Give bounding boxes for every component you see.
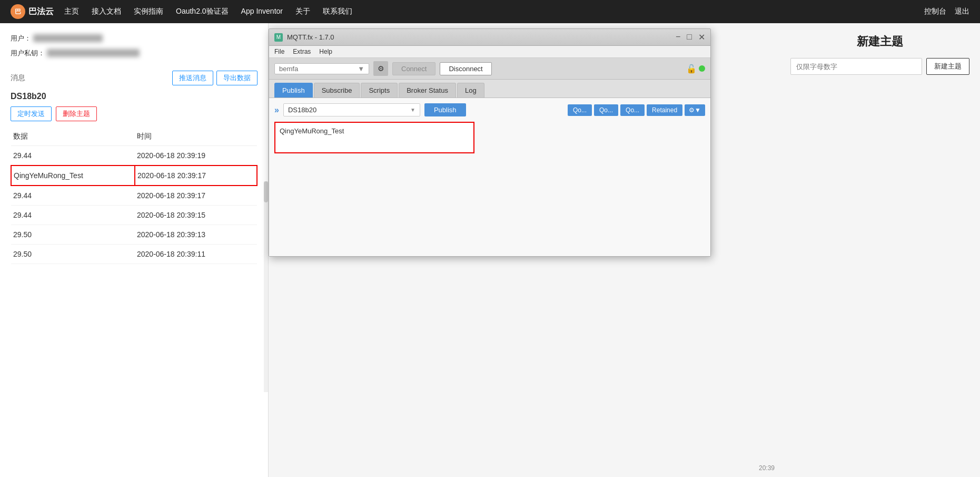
cell-data: QingYeMuRong_Test [11,166,135,186]
topic-value: DS18b20 [288,106,316,114]
menu-file[interactable]: File [274,48,284,55]
topic-arrow: ▼ [410,107,415,113]
delete-topic-btn[interactable]: 删除主题 [56,106,97,121]
center-panel: MQTT设备云 图云 TCP设备云 TCP创客云 M MQTT.fx - 1.7… [269,23,780,477]
private-key-label: 用户私钥： [11,49,45,57]
user-value: qp***lu.rong@163.com [33,34,103,42]
retained-btn[interactable]: Retained [647,104,682,116]
data-table: 数据 时间 29.442020-06-18 20:39:19QingYeMuRo… [11,128,258,264]
cell-time: 2020-06-18 20:39:15 [135,206,257,225]
connect-btn[interactable]: Connect [392,62,435,75]
cell-data: 29.44 [11,206,135,225]
scrollbar-area[interactable] [264,181,268,392]
mqttfx-title-text: MQTT.fx - 1.7.0 [287,33,676,41]
publish-settings-btn[interactable]: ⚙▼ [685,104,705,116]
table-row: 29.442020-06-18 20:39:19 [11,146,257,166]
table-row: 29.442020-06-18 20:39:15 [11,206,257,225]
private-key-value: 5b0****_11_b35bbade.***.***** [47,49,140,57]
export-data-btn[interactable]: 导出数据 [216,71,258,85]
new-topic-input[interactable] [790,58,922,75]
brand-name: 巴法云 [28,6,54,17]
device-toolbar: 定时发送 删除主题 [11,106,258,121]
nav-contact[interactable]: 联系我们 [323,7,352,16]
qos-btn-1[interactable]: Qo... [594,104,618,116]
top-nav: 巴 巴法云 主页 接入文档 实例指南 Oauth2.0验证器 App Inven… [0,0,980,23]
message-toolbar: 消息 推送消息 导出数据 [11,71,258,85]
qos-btn-2[interactable]: Qo... [620,104,645,116]
col-data-header: 数据 [11,128,135,146]
new-topic-form: 新建主题 [790,58,969,75]
device-title: DS18b20 [11,92,258,101]
cell-time: 2020-06-18 20:39:17 [135,186,257,206]
mqttfx-titlebar: M MQTT.fx - 1.7.0 − □ ✕ [269,29,710,46]
connection-indicator: 🔓 [686,64,705,74]
minimize-btn[interactable]: − [676,32,680,42]
maximize-btn[interactable]: □ [687,32,692,42]
mqttfx-app-icon: M [274,33,283,42]
table-row: 29.502020-06-18 20:39:11 [11,245,257,264]
nav-right: 一律翻译英语 控制台 退出 [924,0,969,23]
mqttfx-tabs: Publish Subscribe Scripts Broker Status … [269,80,710,98]
profile-arrow: ▼ [358,65,364,73]
connection-status-dot [699,65,705,72]
publish-message-box[interactable]: QingYeMuRong_Test [274,122,474,153]
qos-btns: Qo... Qo... Qo... Retained ⚙▼ [568,104,705,116]
tab-publish[interactable]: Publish [274,83,313,98]
nav-links: 主页 接入文档 实例指南 Oauth2.0验证器 App Inventor 关于… [64,7,352,16]
message-label: 消息 [11,73,25,83]
nav-examples[interactable]: 实例指南 [134,7,163,16]
publish-row: » DS18b20 ▼ Publish Qo... Qo... Qo... Re… [274,103,705,116]
left-panel: 用户： qp***lu.rong@163.com 用户私钥： 5b0****_1… [0,23,269,477]
timestamp: 20:39 [759,464,775,472]
mqttfx-window-controls: − □ ✕ [676,32,705,42]
tab-log[interactable]: Log [457,83,484,98]
nav-oauth[interactable]: Oauth2.0验证器 [176,7,229,16]
logo-icon: 巴 [11,4,25,19]
expand-icon: » [274,105,279,115]
scrollbar-thumb[interactable] [264,181,268,202]
close-btn[interactable]: ✕ [698,32,705,42]
col-time-header: 时间 [135,128,257,146]
tab-subscribe[interactable]: Subscribe [314,83,360,98]
user-label: 用户： [11,34,31,42]
mqttfx-menubar: File Extras Help [269,46,710,58]
cell-data: 29.44 [11,146,135,166]
disconnect-btn[interactable]: Disconnect [440,62,491,75]
nav-about[interactable]: 关于 [295,7,310,16]
menu-help[interactable]: Help [319,48,332,55]
qos-btn-0[interactable]: Qo... [568,104,592,116]
cell-data: 29.50 [11,245,135,264]
cell-time: 2020-06-18 20:39:17 [135,166,257,186]
schedule-send-btn[interactable]: 定时发送 [11,106,52,121]
mqttfx-window: M MQTT.fx - 1.7.0 − □ ✕ File Extras Help… [269,28,711,257]
menu-extras[interactable]: Extras [293,48,311,55]
profile-value: bemfa [279,65,298,73]
cell-time: 2020-06-18 20:39:13 [135,225,257,245]
cell-time: 2020-06-18 20:39:11 [135,245,257,264]
cell-data: 29.50 [11,225,135,245]
nav-appinventor[interactable]: App Inventor [241,7,283,16]
publish-btn[interactable]: Publish [424,103,466,116]
push-msg-btn[interactable]: 推送消息 [172,71,213,85]
new-topic-btn[interactable]: 新建主题 [926,58,969,75]
lock-icon: 🔓 [686,64,697,74]
table-row: 29.442020-06-18 20:39:17 [11,186,257,206]
nav-docs[interactable]: 接入文档 [92,7,121,16]
logout-btn[interactable]: 退出 [955,7,969,16]
table-row: 29.502020-06-18 20:39:13 [11,225,257,245]
cell-time: 2020-06-18 20:39:19 [135,146,257,166]
main-content: 用户： qp***lu.rong@163.com 用户私钥： 5b0****_1… [0,23,980,477]
nav-home[interactable]: 主页 [64,7,79,16]
private-key-info: 用户私钥： 5b0****_11_b35bbade.***.***** [11,48,258,58]
topic-input[interactable]: DS18b20 ▼ [283,103,420,116]
logo: 巴 巴法云 [11,4,54,19]
table-row: QingYeMuRong_Test2020-06-18 20:39:17 [11,166,257,186]
tab-broker-status[interactable]: Broker Status [399,83,456,98]
settings-gear-btn[interactable]: ⚙ [373,61,388,76]
control-panel-btn[interactable]: 控制台 [924,7,946,16]
new-topic-title: 新建主题 [790,34,969,50]
cell-data: 29.44 [11,186,135,206]
message-content: QingYeMuRong_Test [280,127,344,135]
tab-scripts[interactable]: Scripts [361,83,398,98]
profile-select[interactable]: bemfa ▼ [274,63,369,74]
